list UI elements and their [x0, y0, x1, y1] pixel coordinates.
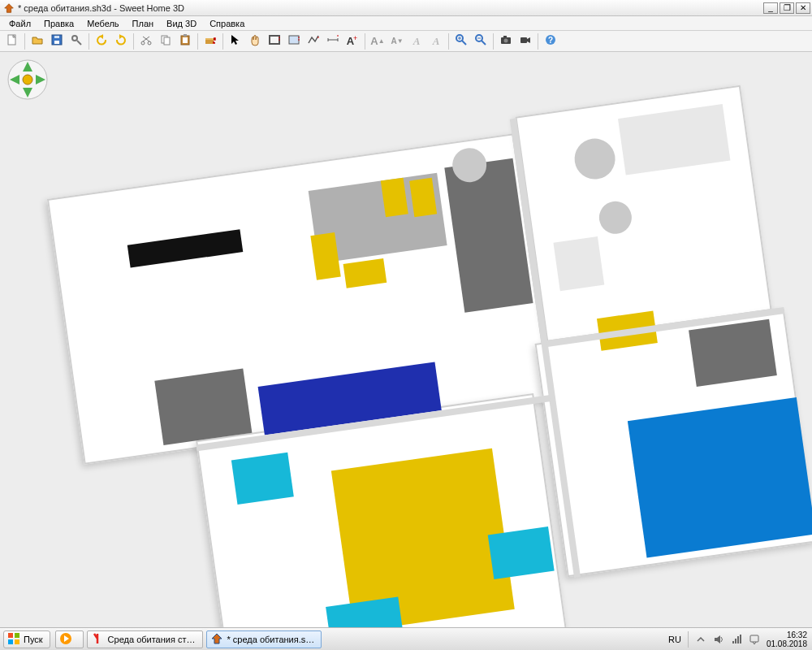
- toilet: [553, 236, 604, 291]
- svg-rect-12: [205, 40, 214, 44]
- decrease-text-button[interactable]: A▼: [388, 32, 406, 50]
- svg-point-19: [504, 38, 508, 42]
- separator: [133, 33, 134, 50]
- svg-rect-20: [503, 36, 507, 37]
- separator: [222, 33, 223, 50]
- dining-chair: [381, 178, 408, 217]
- undo-button[interactable]: [93, 32, 110, 50]
- taskbar-item-browser[interactable]: Среда обитания ст…: [87, 630, 203, 648]
- start-button[interactable]: Пуск: [3, 630, 50, 648]
- redo-button[interactable]: [112, 32, 130, 50]
- viewport-3d[interactable]: [0, 52, 812, 627]
- windows-logo-icon: [7, 632, 20, 647]
- taskbar-item-sweethome[interactable]: * среда обитания.s…: [206, 630, 322, 648]
- dining-chair: [409, 178, 437, 217]
- maximize-button[interactable]: ❐: [780, 2, 794, 14]
- menu-help[interactable]: Справка: [204, 18, 250, 29]
- language-indicator[interactable]: RU: [668, 635, 681, 644]
- minimize-button[interactable]: _: [763, 2, 778, 14]
- clock-date: 01.08.2018: [767, 639, 807, 648]
- plus-icon: +: [353, 34, 357, 42]
- volume-icon[interactable]: [713, 634, 724, 645]
- separator: [538, 33, 538, 50]
- pan-tool-button[interactable]: [246, 32, 264, 50]
- italic-button[interactable]: A: [427, 32, 445, 50]
- paste-button[interactable]: [176, 32, 194, 50]
- yandex-icon: [91, 632, 104, 647]
- svg-point-6: [148, 41, 151, 45]
- separator: [688, 631, 689, 648]
- italic-icon: A: [433, 36, 440, 46]
- open-icon: [31, 33, 44, 50]
- preferences-button[interactable]: [67, 32, 85, 50]
- help-button[interactable]: ?: [542, 32, 559, 50]
- add-furniture-button[interactable]: [201, 32, 219, 50]
- toolbar: A+ A▲ A▼ A A ?: [0, 31, 812, 52]
- svg-rect-2: [54, 41, 59, 44]
- svg-rect-3: [54, 36, 59, 38]
- cut-button[interactable]: [137, 32, 155, 50]
- taskbar-item-media[interactable]: [55, 630, 84, 648]
- zoom-in-button[interactable]: [452, 32, 470, 50]
- taskbar-item-label: Среда обитания ст…: [108, 635, 196, 644]
- close-icon: ✕: [800, 3, 806, 13]
- copy-icon: [159, 33, 172, 50]
- separator: [365, 33, 365, 50]
- save-button[interactable]: [48, 32, 66, 50]
- separator: [89, 33, 89, 50]
- svg-rect-13: [205, 38, 214, 40]
- close-button[interactable]: ✕: [796, 2, 810, 14]
- create-rooms-button[interactable]: [285, 32, 303, 50]
- open-button[interactable]: [28, 32, 46, 50]
- menu-edit[interactable]: Правка: [38, 18, 80, 29]
- start-label: Пуск: [24, 635, 43, 644]
- desk: [154, 368, 252, 445]
- dimension-icon: [326, 33, 339, 50]
- redo-icon: [114, 33, 127, 50]
- svg-point-4: [72, 36, 77, 41]
- new-button[interactable]: [3, 32, 21, 50]
- system-tray: RU 16:32 01.08.2018: [668, 630, 812, 648]
- menu-plan[interactable]: План: [127, 18, 160, 29]
- clock[interactable]: 16:32 01.08.2018: [767, 630, 807, 648]
- sweethome-icon: [210, 632, 223, 647]
- media-player-icon: [59, 632, 72, 647]
- photo-button[interactable]: [497, 32, 515, 50]
- create-polyline-button[interactable]: [304, 32, 322, 50]
- gear-wrench-icon: [70, 33, 83, 50]
- zoom-out-button[interactable]: [472, 32, 490, 50]
- create-text-button[interactable]: A+: [343, 32, 361, 50]
- text-decrease-icon: A: [391, 37, 396, 46]
- tray-chevron-icon[interactable]: [695, 634, 706, 645]
- taskbar: Пуск Среда обитания ст… * среда обитания…: [0, 627, 812, 650]
- svg-rect-28: [8, 639, 13, 644]
- network-icon[interactable]: [731, 634, 742, 645]
- menu-view3d[interactable]: Вид 3D: [161, 18, 202, 29]
- increase-text-button[interactable]: A▲: [369, 32, 387, 50]
- create-dimension-button[interactable]: [324, 32, 342, 50]
- rooms-icon: [287, 33, 300, 50]
- select-tool-button[interactable]: [227, 32, 244, 50]
- zoom-out-icon: [474, 33, 487, 50]
- menu-furniture[interactable]: Мебель: [81, 18, 124, 29]
- scene-3d: [16, 52, 812, 627]
- scissors-icon: [140, 33, 153, 50]
- svg-point-25: [23, 75, 32, 84]
- maximize-icon: ❐: [784, 3, 791, 13]
- polyline-icon: [307, 33, 320, 50]
- action-center-icon[interactable]: [749, 634, 760, 645]
- navigation-compass[interactable]: [6, 58, 49, 101]
- pointer-icon: [229, 33, 242, 50]
- video-button[interactable]: [516, 32, 534, 50]
- add-furniture-icon: [204, 33, 217, 50]
- svg-rect-26: [8, 633, 13, 638]
- new-icon: [6, 33, 19, 50]
- title-bar: * среда обитания.sh3d - Sweet Home 3D _ …: [0, 0, 812, 16]
- menu-file[interactable]: Файл: [3, 18, 37, 29]
- bold-button[interactable]: A: [408, 32, 425, 50]
- copy-button[interactable]: [157, 32, 175, 50]
- help-icon: ?: [544, 33, 557, 50]
- svg-rect-27: [15, 633, 19, 638]
- create-walls-button[interactable]: [266, 32, 283, 50]
- clock-time: 16:32: [767, 630, 807, 639]
